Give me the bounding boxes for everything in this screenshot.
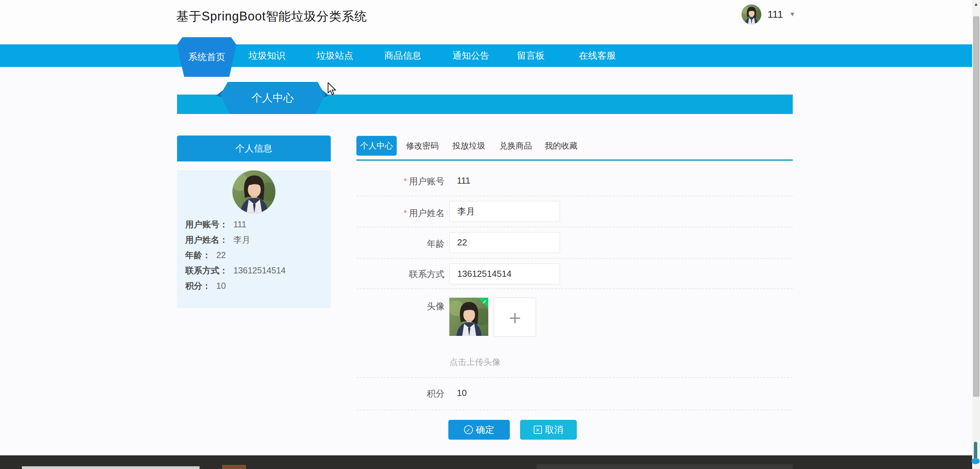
age-label: 年龄 — [356, 238, 445, 250]
site-title: 基于SpringBoot智能垃圾分类系统 — [176, 8, 367, 25]
field-label: 联系方式： — [185, 266, 228, 275]
check-circle-icon: ✓ — [464, 425, 473, 434]
divider — [356, 196, 793, 196]
profile-card-body: 用户账号：111 用户姓名：李月 年龄：22 联系方式：13612514514 … — [177, 170, 331, 308]
confirm-button[interactable]: ✓ 确定 — [448, 420, 510, 440]
divider — [356, 410, 793, 410]
scroll-pin-head — [972, 458, 980, 464]
cancel-button[interactable]: ✕ 取消 — [520, 420, 577, 440]
profile-field-points: 积分：10 — [185, 278, 331, 293]
mouse-cursor — [327, 82, 339, 96]
divider — [356, 227, 793, 227]
avatar-upload-button[interactable]: ＋ — [494, 298, 536, 337]
scroll-up-arrow-icon[interactable]: ▲ — [972, 2, 980, 7]
footer-strip-accent — [222, 465, 246, 469]
field-value: 111 — [233, 219, 247, 229]
nav-item-products[interactable]: 商品信息 — [384, 44, 421, 67]
avatar-label: 头像 — [356, 300, 445, 312]
nav-item-message-board[interactable]: 留言板 — [517, 44, 545, 67]
footer-strip-right — [536, 464, 793, 469]
main-navbar: 系统首页 垃圾知识 垃圾站点 商品信息 通知公告 留言板 在线客服 — [0, 44, 972, 67]
tab-dispose-garbage[interactable]: 投放垃圾 — [452, 136, 485, 156]
label-text: 用户账号 — [409, 176, 445, 186]
phone-field[interactable] — [449, 263, 560, 284]
points-value: 10 — [457, 388, 467, 398]
nav-item-garbage-sites[interactable]: 垃圾站点 — [317, 44, 353, 67]
tab-exchange-products[interactable]: 兑换商品 — [499, 136, 532, 156]
field-value: 李月 — [233, 235, 250, 244]
required-star: * — [404, 176, 407, 186]
profile-summary-card: 个人信息 用户账号：111 用户姓名：李月 年龄：22 联系方式：1361251… — [177, 136, 331, 308]
tab-my-favorites[interactable]: 我的收藏 — [545, 136, 578, 156]
user-menu[interactable]: 111 ▼ — [741, 3, 795, 25]
avatar-thumbnail[interactable]: ✓ — [449, 298, 488, 336]
nav-item-announcements[interactable]: 通知公告 — [452, 44, 489, 67]
plus-icon: ＋ — [505, 307, 525, 327]
profile-field-age: 年龄：22 — [185, 247, 331, 263]
divider — [356, 288, 793, 289]
field-label: 用户账号： — [185, 219, 228, 229]
page: 基于SpringBoot智能垃圾分类系统 111 ▼ 系统首页 垃圾知识 垃圾站… — [0, 0, 980, 469]
nav-item-home-active[interactable]: 系统首页 — [177, 37, 237, 77]
account-label: *用户账号 — [356, 176, 445, 187]
required-star: * — [404, 208, 407, 218]
user-avatar[interactable] — [741, 5, 761, 24]
points-label: 积分 — [356, 388, 445, 400]
username-label: 111 — [767, 8, 783, 20]
field-value: 10 — [216, 281, 226, 290]
name-label: *用户姓名 — [356, 207, 445, 219]
top-header: 基于SpringBoot智能垃圾分类系统 111 ▼ — [0, 0, 972, 44]
chevron-down-icon[interactable]: ▼ — [789, 11, 796, 18]
name-field[interactable] — [449, 201, 560, 222]
scrollbar-thumb[interactable] — [973, 16, 979, 397]
profile-field-name: 用户姓名：李月 — [185, 232, 331, 247]
footer-strip-left — [22, 466, 200, 469]
upload-hint: 点击上传头像 — [449, 357, 501, 368]
nav-item-garbage-knowledge[interactable]: 垃圾知识 — [248, 44, 285, 67]
field-label: 年龄： — [185, 250, 211, 260]
profile-avatar — [232, 170, 275, 213]
page-title-ribbon: 个人中心 — [220, 82, 325, 114]
nav-item-online-service[interactable]: 在线客服 — [579, 44, 616, 67]
age-field[interactable] — [449, 232, 560, 253]
phone-label: 联系方式 — [356, 268, 445, 280]
cancel-label: 取消 — [545, 424, 563, 436]
confirm-label: 确定 — [476, 424, 495, 436]
label-text: 用户姓名 — [409, 208, 445, 218]
account-value: 111 — [457, 176, 471, 186]
profile-fields: 用户账号：111 用户姓名：李月 年龄：22 联系方式：13612514514 … — [185, 217, 331, 293]
tab-change-password[interactable]: 修改密码 — [406, 136, 439, 156]
field-label: 积分： — [185, 281, 211, 290]
profile-card-title: 个人信息 — [177, 136, 331, 162]
divider — [356, 377, 793, 378]
tab-underline — [356, 159, 793, 161]
tab-personal-center-active[interactable]: 个人中心 — [356, 136, 397, 156]
profile-field-phone: 联系方式：13612514514 — [185, 263, 331, 278]
field-value: 22 — [216, 250, 226, 260]
field-label: 用户姓名： — [185, 235, 228, 244]
field-value: 13612514514 — [233, 266, 286, 275]
close-square-icon: ✕ — [534, 426, 542, 434]
profile-field-account: 用户账号：111 — [185, 217, 331, 232]
divider — [356, 258, 793, 259]
